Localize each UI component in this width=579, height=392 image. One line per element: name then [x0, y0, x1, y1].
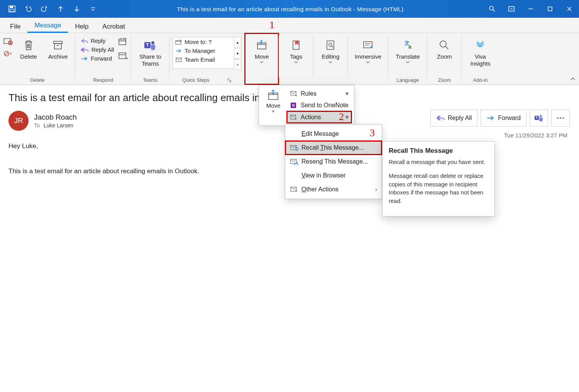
- titlebar: This is a test email for an article abou…: [0, 0, 579, 18]
- group-language: 文a Translate Language: [388, 33, 427, 84]
- close-button[interactable]: [560, 0, 579, 18]
- chevron-down-icon: [328, 60, 332, 64]
- junk-icon[interactable]: [3, 49, 13, 58]
- undo-icon: [24, 5, 32, 13]
- tab-message[interactable]: Message: [27, 19, 68, 33]
- quicksteps-launcher-icon[interactable]: [227, 78, 232, 83]
- share-to-teams-button[interactable]: T Share to Teams: [134, 36, 166, 69]
- save-button[interactable]: [7, 4, 17, 14]
- collapse-ribbon-button[interactable]: [570, 76, 576, 83]
- save-icon: [8, 5, 16, 13]
- view-browser-item[interactable]: View in Browser: [285, 169, 382, 182]
- maximize-button[interactable]: [540, 0, 560, 18]
- immersive-button[interactable]: Immersive: [351, 36, 385, 66]
- zoom-icon: [438, 38, 450, 52]
- editing-button[interactable]: Editing: [317, 36, 344, 66]
- tooltip-title: Recall This Message: [389, 147, 488, 155]
- undo-button[interactable]: [23, 4, 33, 14]
- trash-icon: [23, 38, 34, 52]
- recall-message-item[interactable]: Recall This Message...: [285, 141, 382, 155]
- delete-button[interactable]: Delete: [15, 36, 42, 62]
- quicksteps-scroll-down[interactable]: ▾: [234, 48, 241, 59]
- to-manager-icon: [175, 48, 182, 54]
- group-quicksteps: Move to: ? To Manager Team Email ▴ ▾ ▿ Q…: [169, 33, 244, 84]
- arrow-down-icon: [73, 5, 81, 13]
- quicksteps-expand[interactable]: ▿: [234, 59, 241, 70]
- reply-all-icon: [436, 115, 445, 122]
- message-action-row: Reply All Forward T: [430, 110, 570, 127]
- minimize-button[interactable]: [521, 0, 540, 18]
- chevron-down-icon: ▾: [345, 90, 349, 97]
- search-button[interactable]: [482, 0, 502, 18]
- viva-icon: [474, 38, 486, 52]
- group-tags: Tags: [279, 33, 313, 84]
- ribbon-display-button[interactable]: [502, 0, 521, 18]
- group-immersive: Immersive: [348, 33, 388, 84]
- resend-message-item[interactable]: Resend This Message...: [285, 155, 382, 169]
- teams-icon: T: [534, 114, 543, 122]
- tab-file[interactable]: File: [3, 20, 27, 33]
- svg-text:a: a: [408, 44, 411, 50]
- chevron-down-icon: [260, 60, 264, 64]
- window-title: This is a test email for an article abou…: [98, 6, 482, 12]
- ignore-icon[interactable]: [3, 37, 13, 46]
- tab-help[interactable]: Help: [68, 20, 95, 33]
- prev-item-button[interactable]: [56, 4, 66, 14]
- tags-button[interactable]: Tags: [282, 36, 310, 66]
- forward-button-ribbon[interactable]: Forward: [78, 54, 116, 63]
- svg-point-32: [562, 117, 564, 119]
- chevron-down-icon: ▾: [345, 113, 349, 121]
- teams-share-button[interactable]: T: [530, 110, 548, 127]
- forward-button[interactable]: Forward: [481, 110, 527, 127]
- tab-acrobat[interactable]: Acrobat: [95, 20, 132, 33]
- move-icon: [267, 89, 280, 101]
- svg-rect-2: [10, 9, 14, 11]
- message-timestamp: Tue 11/29/2022 3:27 PM: [504, 132, 567, 139]
- svg-rect-10: [54, 44, 61, 49]
- svg-rect-1: [10, 6, 13, 8]
- tooltip-body-1: Recall a message that you have sent.: [389, 158, 488, 166]
- to-line: ToLuke Larsen: [34, 122, 77, 128]
- group-teams: T Share to Teams Teams: [131, 33, 169, 84]
- svg-text:N: N: [292, 103, 295, 108]
- group-delete: Delete Archive Delete: [0, 33, 75, 84]
- svg-point-30: [557, 117, 559, 119]
- svg-text:T: T: [146, 42, 149, 48]
- reply-all-button-ribbon[interactable]: Reply All: [78, 45, 116, 54]
- redo-button[interactable]: [39, 4, 49, 14]
- from-name: Jacob Roach: [34, 113, 77, 122]
- ellipsis-icon: [556, 117, 565, 120]
- next-item-button[interactable]: [72, 4, 82, 14]
- edit-message-item[interactable]: Edit Message: [285, 127, 382, 141]
- forward-icon: [81, 56, 88, 62]
- other-actions-item[interactable]: Other Actions›: [285, 182, 382, 196]
- qat-customize-button[interactable]: [88, 4, 98, 14]
- svg-rect-18: [257, 43, 266, 49]
- archive-button[interactable]: Archive: [44, 36, 72, 62]
- chevron-down-icon: ▾: [272, 109, 274, 114]
- move-button[interactable]: Move: [248, 36, 276, 66]
- avatar: JR: [8, 111, 29, 131]
- more-actions-button[interactable]: [551, 110, 570, 127]
- more-respond-icon[interactable]: [118, 51, 128, 60]
- svg-rect-5: [548, 7, 552, 11]
- translate-icon: 文a: [401, 38, 414, 52]
- quick-steps-gallery[interactable]: Move to: ? To Manager Team Email: [173, 37, 234, 69]
- maximize-icon: [547, 6, 553, 12]
- group-editing: Editing: [313, 33, 347, 84]
- viva-insights-button[interactable]: Viva Insights: [465, 36, 496, 69]
- svg-point-31: [560, 117, 561, 119]
- move-folder-button[interactable]: Move ▾: [261, 88, 285, 123]
- reply-all-button[interactable]: Reply All: [430, 110, 477, 127]
- meeting-icon[interactable]: [118, 37, 128, 46]
- rules-menu-item[interactable]: Rules▾: [287, 88, 352, 100]
- translate-button[interactable]: 文a Translate: [391, 36, 424, 66]
- forward-icon: [486, 115, 495, 122]
- recall-icon: [290, 144, 298, 151]
- zoom-button[interactable]: Zoom: [430, 36, 458, 62]
- resend-icon: [290, 158, 298, 165]
- onenote-menu-item[interactable]: NSend to OneNote: [287, 100, 352, 111]
- reply-button[interactable]: Reply: [78, 36, 116, 45]
- quicksteps-scroll-up[interactable]: ▴: [234, 37, 241, 47]
- move-folder-icon: [175, 39, 182, 45]
